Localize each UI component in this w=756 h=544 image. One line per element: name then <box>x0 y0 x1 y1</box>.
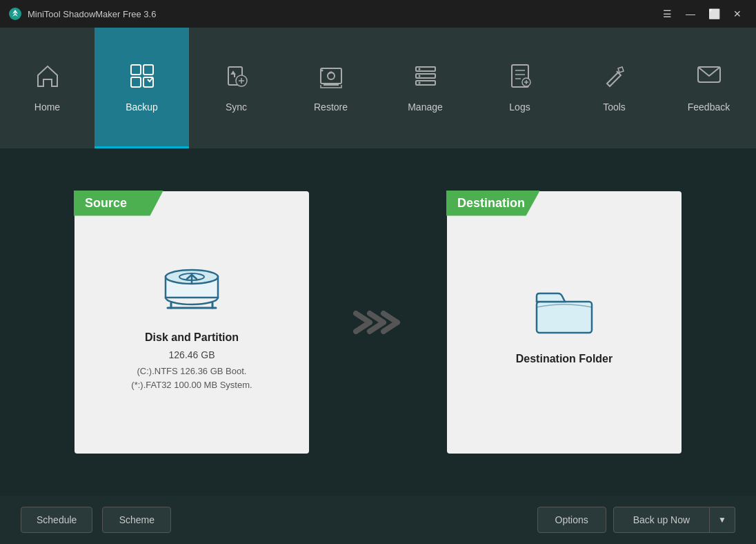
nav-manage-label: Manage <box>408 101 443 113</box>
nav-sync-label: Sync <box>226 101 247 113</box>
destination-title: Destination Folder <box>516 353 613 365</box>
nav-feedback[interactable]: Feedback <box>662 28 756 148</box>
source-desc-line2: (*:).FAT32 100.00 MB System. <box>131 380 252 390</box>
nav-logs[interactable]: Logs <box>472 28 567 148</box>
title-bar: MiniTool ShadowMaker Free 3.6 ☰ — ⬜ ✕ <box>0 0 756 28</box>
source-desc-line1: (C:).NTFS 126.36 GB Boot. <box>137 366 247 376</box>
close-button[interactable]: ✕ <box>727 5 748 23</box>
nav-feedback-label: Feedback <box>688 101 730 113</box>
source-card[interactable]: Disk and Partition 126.46 GB (C:).NTFS 1… <box>74 191 309 454</box>
minimize-button[interactable]: — <box>680 5 701 23</box>
tools-icon <box>600 61 629 95</box>
nav-bar: Home Backup Sync <box>0 28 756 148</box>
title-controls: ☰ — ⬜ ✕ <box>657 5 748 23</box>
bottom-bar: Schedule Scheme Options Back up Now ▼ <box>0 496 756 544</box>
sync-icon <box>222 61 251 95</box>
manage-icon <box>411 61 440 95</box>
nav-restore[interactable]: Restore <box>284 28 378 148</box>
restore-icon <box>317 61 346 95</box>
menu-button[interactable]: ☰ <box>657 5 677 23</box>
nav-home-label: Home <box>34 101 60 113</box>
svg-rect-3 <box>131 65 141 75</box>
nav-manage[interactable]: Manage <box>378 28 472 148</box>
main-content: Source <box>0 148 756 496</box>
svg-point-17 <box>418 82 420 84</box>
source-size: 126.46 GB <box>169 349 215 360</box>
home-icon <box>33 61 62 95</box>
destination-label: Destination <box>446 191 540 216</box>
backup-now-button[interactable]: Back up Now <box>613 507 710 533</box>
nav-restore-label: Restore <box>314 101 348 113</box>
bottom-left: Schedule Scheme <box>21 507 171 533</box>
nav-logs-label: Logs <box>509 101 530 113</box>
backup-icon <box>128 61 157 95</box>
app-title: MiniTool ShadowMaker Free 3.6 <box>28 9 156 19</box>
maximize-button[interactable]: ⬜ <box>704 5 724 23</box>
destination-container: Destination Destination Folder <box>447 191 682 454</box>
disk-icon <box>161 260 223 318</box>
scheme-button[interactable]: Scheme <box>102 507 171 533</box>
logs-icon <box>506 61 535 95</box>
source-title: Disk and Partition <box>145 331 239 344</box>
svg-point-16 <box>418 75 420 77</box>
svg-point-15 <box>418 68 420 70</box>
source-desc: (C:).NTFS 126.36 GB Boot. (*:).FAT32 100… <box>131 365 252 391</box>
destination-card-wrapper: Destination Destination Folder <box>447 191 682 454</box>
source-label: Source <box>74 191 163 216</box>
feedback-icon <box>695 61 724 95</box>
source-container: Source <box>74 191 309 454</box>
nav-sync[interactable]: Sync <box>189 28 284 148</box>
folder-icon <box>533 281 595 339</box>
source-card-wrapper: Source <box>74 191 309 454</box>
svg-rect-9 <box>321 68 341 84</box>
arrow-container <box>350 305 406 340</box>
svg-point-11 <box>321 70 323 72</box>
app-logo-icon <box>8 7 22 21</box>
title-left: MiniTool ShadowMaker Free 3.6 <box>8 7 156 21</box>
nav-tools-label: Tools <box>603 101 626 113</box>
nav-home[interactable]: Home <box>0 28 94 148</box>
backup-dropdown-button[interactable]: ▼ <box>710 507 735 533</box>
destination-card[interactable]: Destination Folder <box>447 191 682 454</box>
nav-backup-label: Backup <box>126 101 158 113</box>
bottom-right: Options Back up Now ▼ <box>537 507 735 533</box>
svg-rect-33 <box>537 302 592 333</box>
nav-tools[interactable]: Tools <box>567 28 662 148</box>
schedule-button[interactable]: Schedule <box>21 507 92 533</box>
svg-rect-5 <box>131 77 141 87</box>
nav-backup[interactable]: Backup <box>94 28 189 148</box>
svg-rect-4 <box>143 65 153 75</box>
options-button[interactable]: Options <box>537 507 606 533</box>
